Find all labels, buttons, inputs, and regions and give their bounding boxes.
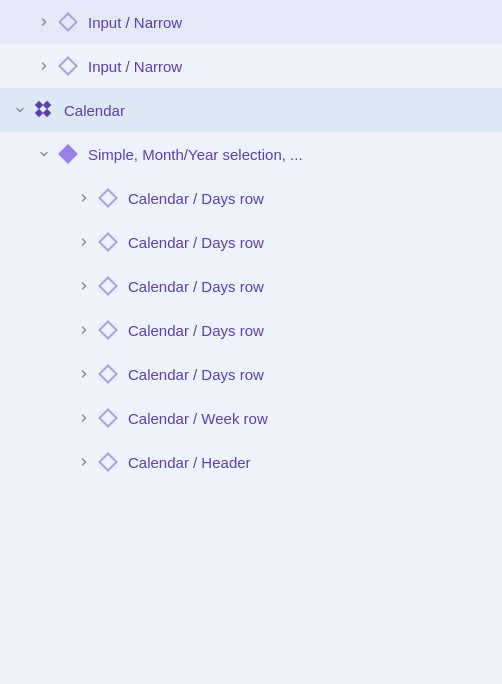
- tree-row-days-row-4[interactable]: Calendar / Days row: [0, 308, 502, 352]
- chevron-right-icon: [72, 325, 96, 335]
- tree-row-input-narrow-1[interactable]: Input / Narrow: [0, 0, 502, 44]
- tree-row-days-row-5[interactable]: Calendar / Days row: [0, 352, 502, 396]
- tree-row-label: Calendar / Days row: [128, 190, 264, 207]
- tree-row-label: Input / Narrow: [88, 14, 182, 31]
- chevron-right-icon: [72, 369, 96, 379]
- chevron-right-icon: [72, 237, 96, 247]
- tree-row-label: Calendar / Days row: [128, 322, 264, 339]
- diamond-outline-icon: [96, 235, 120, 249]
- diamond-outline-icon: [96, 455, 120, 469]
- chevron-down-icon: [8, 105, 32, 115]
- tree-row-days-row-1[interactable]: Calendar / Days row: [0, 176, 502, 220]
- chevron-right-icon: [72, 281, 96, 291]
- diamond-outline-icon: [56, 15, 80, 29]
- cluster-icon: [32, 102, 56, 118]
- diamond-outline-icon: [96, 279, 120, 293]
- tree-row-week-row[interactable]: Calendar / Week row: [0, 396, 502, 440]
- tree-row-label: Calendar / Header: [128, 454, 251, 471]
- chevron-right-icon: [32, 17, 56, 27]
- tree-row-label: Calendar / Week row: [128, 410, 268, 427]
- tree-row-days-row-3[interactable]: Calendar / Days row: [0, 264, 502, 308]
- chevron-right-icon: [32, 61, 56, 71]
- tree-row-label: Calendar / Days row: [128, 278, 264, 295]
- tree-row-days-row-2[interactable]: Calendar / Days row: [0, 220, 502, 264]
- chevron-down-icon: [32, 149, 56, 159]
- diamond-outline-icon: [96, 191, 120, 205]
- tree-row-label: Simple, Month/Year selection, ...: [88, 146, 303, 163]
- tree-container: Input / Narrow Input / Narrow Calendar S…: [0, 0, 502, 484]
- tree-row-input-narrow-2[interactable]: Input / Narrow: [0, 44, 502, 88]
- tree-row-label: Calendar / Days row: [128, 234, 264, 251]
- diamond-outline-icon: [96, 367, 120, 381]
- tree-row-simple-month-year[interactable]: Simple, Month/Year selection, ...: [0, 132, 502, 176]
- tree-row-label: Calendar: [64, 102, 125, 119]
- diamond-filled-icon: [56, 147, 80, 161]
- tree-row-header[interactable]: Calendar / Header: [0, 440, 502, 484]
- tree-row-calendar[interactable]: Calendar: [0, 88, 502, 132]
- diamond-outline-icon: [56, 59, 80, 73]
- tree-row-label: Input / Narrow: [88, 58, 182, 75]
- diamond-outline-icon: [96, 411, 120, 425]
- chevron-right-icon: [72, 193, 96, 203]
- chevron-right-icon: [72, 413, 96, 423]
- tree-row-label: Calendar / Days row: [128, 366, 264, 383]
- diamond-outline-icon: [96, 323, 120, 337]
- chevron-right-icon: [72, 457, 96, 467]
